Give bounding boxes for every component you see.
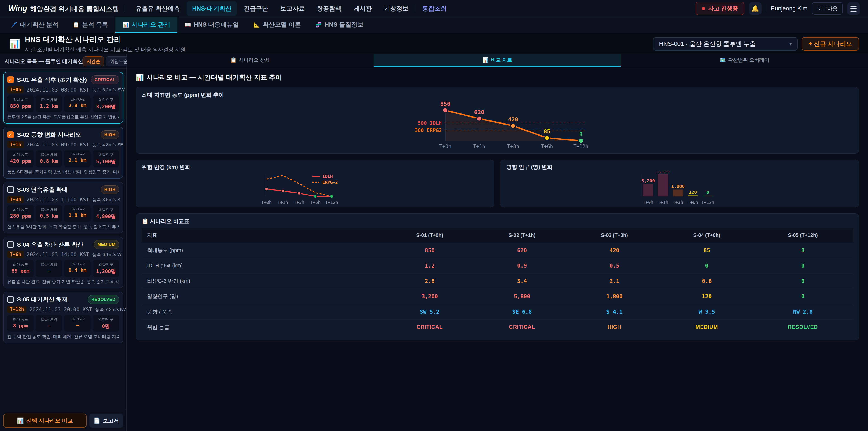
stat-value: 1,200명 <box>94 268 118 275</box>
scenario-checkbox[interactable]: ✓ <box>7 296 14 303</box>
svg-text:8: 8 <box>579 131 583 137</box>
scenario-meta: T+0h2024.11.03 08:00 KST풍속 5.2m/s SW <box>7 86 119 93</box>
scenario-card-s-03[interactable]: ✓S-03 연속유출 확대HIGHT+3h2024.11.03 11:00 KS… <box>3 182 123 234</box>
svg-text:T+3h: T+3h <box>294 200 304 205</box>
nav-item-integrated-search[interactable]: 통합조회 <box>417 1 452 16</box>
report-label: 보고서 <box>103 417 119 424</box>
nav-item-oil-diffusion-forecast[interactable]: 유출유 확산예측 <box>130 1 186 16</box>
metric-value-cell: 620 <box>476 243 568 258</box>
scenario-card-s-04[interactable]: ✓S-04 유출 차단·잔류 확산MEDIUMT+6h2024.11.03 14… <box>3 237 123 288</box>
stat-label: ERPG-2 <box>65 317 90 321</box>
divider <box>766 5 766 12</box>
metric-value-cell: MEDIUM <box>660 319 753 335</box>
new-scenario-button[interactable]: + 신규 시나리오 <box>802 37 859 51</box>
metric-value-cell: 3,200 <box>383 289 476 304</box>
stat-value: – <box>37 323 61 329</box>
scenario-checkbox[interactable]: ✓ <box>7 241 14 248</box>
time-offset-badge: T+0h <box>7 86 24 93</box>
scenario-datetime: 2024.11.03 20:00 KST <box>29 306 92 312</box>
scenario-title: S-02 풍향 변화 시나리오 <box>17 131 98 139</box>
tab-air-diffusion-analysis[interactable]: 🖊️대기확산 분석 <box>4 17 66 33</box>
content-tab-scenario-detail[interactable]: 📋시나리오 상세 <box>127 54 374 67</box>
tab-scenario-management[interactable]: 📊시나리오 관리 <box>115 17 177 33</box>
stat-box: 영향인구5,100명 <box>93 150 119 167</box>
compare-selected-button[interactable]: 📊 선택 시나리오 비교 <box>3 413 87 428</box>
incident-status-label: 사고 진행중 <box>708 5 738 12</box>
user-name: Eunjeong Kim <box>771 5 807 12</box>
nav-item-report-materials[interactable]: 보고자료 <box>275 1 310 16</box>
scenario-card-s-05[interactable]: ✓S-05 대기확산 해제RESOLVEDT+12h2024.11.03 20:… <box>3 291 123 343</box>
content-tab-diffusion-overlay[interactable]: 🗺️확산범위 오버레이 <box>621 54 868 67</box>
stat-label: 최대농도 <box>8 317 33 322</box>
tab-diffusion-model-theory[interactable]: 📐확산모델 이론 <box>246 17 308 33</box>
stat-value: 1.8 km <box>65 212 90 218</box>
scenario-checkbox[interactable]: ✓ <box>7 131 14 138</box>
logout-button[interactable]: 로그아웃 <box>812 2 843 15</box>
nav-item-air-search[interactable]: 항공탐색 <box>311 1 347 16</box>
sort-chips: 시간순 위험도순 <box>83 56 131 66</box>
metric-value-cell: S 4.1 <box>568 304 661 319</box>
metric-label-cell: 최대농도 (ppm) <box>142 243 383 258</box>
risk-badge: HIGH <box>101 185 119 194</box>
report-button[interactable]: 📄 보고서 <box>89 413 123 428</box>
stat-value: 0.8 km <box>37 158 61 164</box>
tab-label: HNS 물질정보 <box>324 21 364 29</box>
scenario-stats: 최대농도420 ppmIDLH반경0.8 kmERPG-22.1 km영향인구5… <box>7 150 119 167</box>
content-tab-label: 확산범위 오버레이 <box>728 57 769 63</box>
stat-label: 영향인구 <box>94 152 118 157</box>
scenario-card-list: ✓S-01 유출 직후 (초기 확산)CRITICALT+0h2024.11.0… <box>0 69 126 410</box>
nav-item-hns-air-diffusion[interactable]: HNS·대기확산 <box>187 1 237 16</box>
stat-box: IDLH반경0.8 km <box>36 150 62 167</box>
nav-left: Wing 해양환경 위기대응 통합시스템 유출유 확산예측HNS·대기확산긴급구… <box>8 0 452 17</box>
content-tabs: 📋시나리오 상세📊비교 차트🗺️확산범위 오버레이 <box>127 54 868 67</box>
metric-value-cell: 1.2 <box>383 258 476 274</box>
compare-charts-icon: 📊 <box>483 57 489 63</box>
table-header-cell: 지표 <box>142 228 383 243</box>
tab-analysis-list[interactable]: 📋분석 목록 <box>66 17 115 33</box>
svg-text:850: 850 <box>440 100 450 107</box>
diffusion-model-theory-icon: 📐 <box>253 22 260 28</box>
scenario-title: S-05 대기확산 해제 <box>17 296 85 304</box>
stat-label: ERPG-2 <box>65 262 90 267</box>
main-content: 📋시나리오 상세📊비교 차트🗺️확산범위 오버레이 📊 시나리오 비교 — 시간… <box>127 54 868 431</box>
svg-text:T+1h: T+1h <box>473 144 485 149</box>
nav-item-emergency-rescue[interactable]: 긴급구난 <box>238 1 274 16</box>
time-offset-badge: T+3h <box>7 196 24 203</box>
content-tab-compare-charts[interactable]: 📊비교 차트 <box>374 54 621 67</box>
incident-select[interactable]: HNS-001 · 울산 온산항 톨루엔 누출 ▾ <box>653 37 798 51</box>
table-header-cell: S-03 (T+3h) <box>568 228 661 243</box>
comparison-table-title-text: 시나리오 비교표 <box>150 218 190 224</box>
scenario-card-s-02[interactable]: ✓S-02 풍향 변화 시나리오HIGHT+1h2024.11.03 09:00… <box>3 127 123 179</box>
svg-text:T+12h: T+12h <box>701 200 714 205</box>
stat-label: IDLH반경 <box>37 152 61 157</box>
risk-badge: MEDIUM <box>94 240 119 249</box>
scenario-checkbox[interactable]: ✓ <box>7 186 14 193</box>
stat-label: IDLH반경 <box>37 317 61 322</box>
scenario-card-header: ✓S-01 유출 직후 (초기 확산)CRITICAL <box>7 75 119 84</box>
stat-value: 5,100명 <box>94 158 118 165</box>
scenario-checkbox[interactable]: ✓ <box>7 76 14 83</box>
stat-value: 8 ppm <box>8 323 33 329</box>
stat-label: ERPG-2 <box>65 207 90 212</box>
table-row: 풍향 / 풍속SW 5.2SE 6.8S 4.1W 3.5NW 2.8 <box>142 304 853 319</box>
notification-bell-button[interactable]: 🔔 <box>749 2 762 15</box>
stat-value: 1.2 km <box>37 103 61 109</box>
metric-value-cell: W 3.5 <box>660 304 753 319</box>
risk-badge: CRITICAL <box>91 75 119 84</box>
stat-value: 4,800명 <box>94 213 118 220</box>
nav-item-board[interactable]: 게시판 <box>348 1 377 16</box>
wind-info: 풍속 4.8m/s SE <box>92 142 123 148</box>
scenario-card-header: ✓S-02 풍향 변화 시나리오HIGH <box>7 130 119 139</box>
population-chart-svg: 3,200T+0h5,800T+1h1,800T+3h120T+6h0T+12h <box>639 172 720 206</box>
table-row: 영향인구 (명)3,2005,8001,8001200 <box>142 289 853 304</box>
metric-value-cell: 850 <box>383 243 476 258</box>
metric-value-cell: 5,800 <box>476 289 568 304</box>
scenario-card-s-01[interactable]: ✓S-01 유출 직후 (초기 확산)CRITICALT+0h2024.11.0… <box>3 72 123 124</box>
nav-item-weather-info[interactable]: 기상정보 <box>379 1 414 16</box>
scenario-stats: 최대농도85 ppmIDLH반경–ERPG-20.4 km영향인구1,200명 <box>7 260 119 277</box>
tab-hns-response-manual[interactable]: 📖HNS 대응매뉴얼 <box>178 17 246 33</box>
tab-hns-substance-info[interactable]: 🧬HNS 물질정보 <box>308 17 371 33</box>
analysis-list-icon: 📋 <box>73 22 79 28</box>
sort-by-time-chip[interactable]: 시간순 <box>83 56 104 66</box>
hamburger-menu-button[interactable] <box>847 2 860 15</box>
